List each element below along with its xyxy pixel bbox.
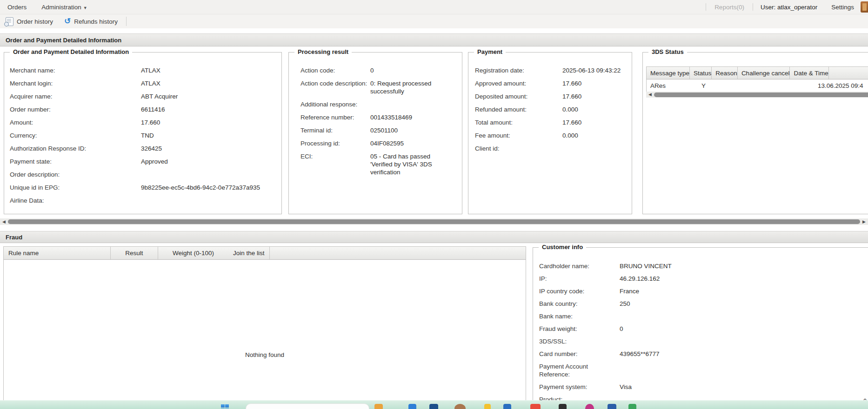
column-header: Join the list bbox=[228, 247, 270, 259]
app-icon-black[interactable] bbox=[559, 404, 567, 409]
field-label: Bank name: bbox=[539, 312, 620, 320]
field-value bbox=[370, 100, 436, 108]
field-value: 02501100 bbox=[370, 126, 436, 134]
refunds-history-label: Refunds history bbox=[74, 18, 118, 25]
column-header: Date & Time bbox=[790, 67, 828, 79]
scroll-left-icon[interactable]: ◀ bbox=[646, 92, 654, 97]
field-label: Merchant login: bbox=[10, 79, 141, 87]
field-value: 0.000 bbox=[562, 132, 578, 139]
app-icon-yellow[interactable] bbox=[484, 404, 491, 409]
current-user-label: User: atlax_operator bbox=[753, 4, 825, 11]
info-row: Payment system: Visa bbox=[539, 383, 868, 391]
field-value: 04IF082595 bbox=[370, 139, 436, 147]
toolbar: Order history ↺ Refunds history bbox=[0, 14, 868, 28]
taskbar-search-input[interactable] bbox=[246, 403, 369, 409]
info-row: Authorization Response ID: 326425 bbox=[10, 145, 281, 152]
menu-orders[interactable]: Orders bbox=[0, 4, 34, 11]
menu-reports[interactable]: Reports(0) bbox=[706, 4, 753, 11]
field-label: Cardholder name: bbox=[539, 262, 620, 270]
app-icon-blue-pencil[interactable] bbox=[503, 404, 511, 409]
scroll-right-icon[interactable]: ▶ bbox=[860, 220, 868, 224]
field-value: 0: Request processed successfully bbox=[370, 79, 436, 95]
three-ds-horizontal-scrollbar[interactable]: ◀ bbox=[646, 92, 868, 98]
order-history-button[interactable]: Order history bbox=[0, 17, 59, 26]
scrollbar-thumb[interactable] bbox=[654, 92, 868, 97]
app-icon-avatar[interactable] bbox=[454, 404, 466, 409]
info-row: Merchant name: ATLAX bbox=[10, 66, 281, 74]
field-label: Additional response: bbox=[300, 100, 370, 108]
field-value: 0 bbox=[620, 325, 623, 333]
field-label: Order description: bbox=[10, 171, 141, 178]
field-value: 6611416 bbox=[141, 106, 165, 113]
app-icon-red[interactable] bbox=[530, 404, 541, 409]
info-row: Payment state: Approved bbox=[10, 158, 281, 165]
app-icon-green[interactable] bbox=[628, 404, 636, 409]
field-label: Fraud weight: bbox=[539, 325, 620, 333]
field-label: Order number: bbox=[10, 106, 141, 113]
three-ds-table: Message typeStatusReasonChallenge cancel… bbox=[646, 66, 868, 92]
empty-table-message: Nothing found bbox=[4, 351, 526, 358]
field-value: Approved bbox=[141, 158, 168, 165]
column-header: Weight (0-100) bbox=[158, 247, 228, 259]
cell-status: Y bbox=[698, 79, 731, 92]
info-row: Bank country: 250 bbox=[539, 300, 868, 308]
app-icon-blue-drop[interactable] bbox=[408, 404, 416, 409]
info-row: Cardholder name: BRUNO VINCENT bbox=[539, 262, 868, 270]
main-horizontal-scrollbar[interactable]: ◀ ▶ bbox=[0, 218, 868, 225]
field-value: 17.660 bbox=[562, 119, 581, 126]
menu-settings[interactable]: Settings bbox=[825, 4, 861, 11]
field-value: 001433518469 bbox=[370, 113, 436, 121]
cell-message-type: ARes bbox=[647, 79, 698, 92]
field-label: Authorization Response ID: bbox=[10, 145, 141, 152]
info-row: Approved amount: 17.660 bbox=[475, 79, 632, 87]
info-row: IP country code: France bbox=[539, 287, 868, 295]
top-menu-bar: Orders Administration▼ Reports(0) User: … bbox=[0, 0, 868, 14]
info-row: Bank name: bbox=[539, 312, 868, 320]
info-row: Refunded amount: 0.000 bbox=[475, 106, 632, 113]
info-row: Client id: bbox=[475, 145, 632, 152]
column-header: Message type bbox=[647, 67, 690, 79]
logout-door-icon[interactable] bbox=[861, 1, 868, 13]
three-ds-legend: 3DS Status bbox=[648, 48, 687, 55]
field-value: 439655**6777 bbox=[620, 350, 660, 358]
field-value: ATLAX bbox=[141, 66, 160, 74]
field-value: ABT Acquirer bbox=[141, 92, 178, 100]
field-label: Refunded amount: bbox=[475, 106, 562, 113]
field-label: Payment Account Reference: bbox=[539, 363, 620, 378]
payment-legend: Payment bbox=[474, 48, 506, 55]
payment-panel: Payment Registration date: 2025-06-13 09… bbox=[468, 52, 632, 214]
app-icon-navy2[interactable] bbox=[608, 404, 616, 409]
three-ds-status-panel: 3DS Status Message typeStatusReasonChall… bbox=[642, 52, 868, 214]
field-value: 0.000 bbox=[562, 106, 578, 113]
info-row: Reference number: 001433518469 bbox=[300, 113, 462, 121]
document-clock-icon bbox=[6, 17, 13, 26]
field-label: Fee amount: bbox=[475, 132, 562, 139]
app-icon-navy-square[interactable] bbox=[429, 404, 438, 409]
os-taskbar bbox=[0, 400, 868, 409]
app-icon-instagram[interactable] bbox=[585, 404, 594, 409]
info-row: Action code description: 0: Request proc… bbox=[300, 79, 462, 95]
field-label: 3DS/SSL: bbox=[539, 337, 620, 345]
scroll-left-icon[interactable]: ◀ bbox=[0, 220, 8, 224]
field-label: Payment state: bbox=[10, 158, 141, 165]
cell-date-time: 13.06.2025 09:4 bbox=[814, 79, 868, 92]
field-value: ATLAX bbox=[141, 79, 160, 87]
info-row: Processing id: 04IF082595 bbox=[300, 139, 462, 147]
menu-administration[interactable]: Administration▼ bbox=[34, 4, 94, 11]
field-label: ECI: bbox=[300, 152, 370, 176]
info-row: Currency: TND bbox=[10, 132, 281, 139]
windows-start-icon[interactable] bbox=[221, 404, 229, 409]
three-ds-table-header: Message typeStatusReasonChallenge cancel… bbox=[647, 67, 868, 79]
field-value: 2025-06-13 09:43:22 bbox=[562, 66, 621, 74]
info-row: Payment Account Reference: bbox=[539, 363, 868, 378]
info-row: Merchant login: ATLAX bbox=[10, 79, 281, 87]
refunds-history-button[interactable]: ↺ Refunds history bbox=[59, 18, 123, 26]
order-info-legend: Order and Payment Detailed Information bbox=[10, 48, 132, 55]
info-row: 3DS/SSL: bbox=[539, 337, 868, 345]
app-icon-folder[interactable] bbox=[374, 404, 383, 409]
scrollbar-thumb[interactable] bbox=[8, 219, 860, 224]
field-value: 17.660 bbox=[562, 79, 581, 87]
field-label: Action code description: bbox=[300, 79, 370, 95]
three-ds-table-row[interactable]: ARes Y 13.06.2025 09:4 bbox=[647, 79, 868, 92]
field-value: 250 bbox=[620, 300, 630, 308]
